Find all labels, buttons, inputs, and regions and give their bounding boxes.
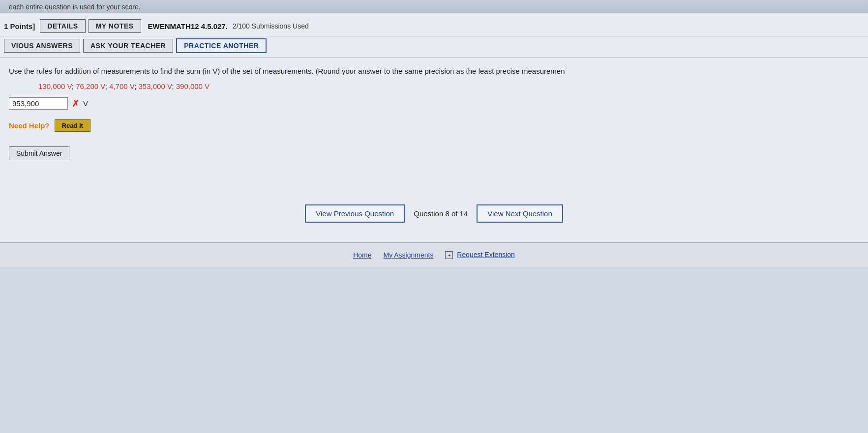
answer-input[interactable] <box>9 97 68 110</box>
extension-icon: + <box>445 251 453 259</box>
submissions-used: 2/100 Submissions Used <box>233 22 309 30</box>
read-it-button[interactable]: Read It <box>55 119 90 132</box>
my-assignments-link[interactable]: My Assignments <box>384 251 434 259</box>
question-counter: Question 8 of 14 <box>405 209 477 218</box>
question-text: Use the rules for addition of measuremen… <box>9 65 859 77</box>
view-next-question-button[interactable]: View Next Question <box>477 204 563 223</box>
question-area: Use the rules for addition of measuremen… <box>0 58 868 195</box>
previous-answers-button[interactable]: VIOUS ANSWERS <box>4 39 80 53</box>
toolbar-row-1: 1 Points] DETAILS MY NOTES EWENMATH12 4.… <box>0 13 868 36</box>
measurement-3: 4,700 V <box>109 82 134 90</box>
points-label: 1 Points] <box>4 22 35 30</box>
toolbar-row-2: VIOUS ANSWERS ASK YOUR TEACHER PRACTICE … <box>0 36 868 57</box>
home-link[interactable]: Home <box>353 251 371 259</box>
measurement-1: 130,000 V <box>38 82 72 90</box>
measurement-2: 76,200 V <box>76 82 105 90</box>
wrong-icon: ✗ <box>72 98 79 109</box>
view-previous-question-button[interactable]: View Previous Question <box>305 204 405 223</box>
need-help-label: Need Help? <box>9 121 50 130</box>
submit-row: Submit Answer <box>9 146 859 160</box>
footer: Home My Assignments + Request Extension <box>0 242 868 267</box>
unit-label: V <box>83 99 88 108</box>
top-bar-text: each entire question is used for your sc… <box>9 3 141 11</box>
details-button[interactable]: DETAILS <box>40 19 85 33</box>
question-id: EWENMATH12 4.5.027. <box>148 22 228 30</box>
measurement-5: 390,000 V <box>176 82 210 90</box>
submit-answer-button[interactable]: Submit Answer <box>9 146 69 160</box>
ask-teacher-button[interactable]: ASK YOUR TEACHER <box>83 39 173 53</box>
request-extension-link[interactable]: Request Extension <box>457 251 515 259</box>
practice-another-button[interactable]: PRACTICE ANOTHER <box>176 38 267 53</box>
my-notes-button[interactable]: MY NOTES <box>89 19 141 33</box>
measurements: 130,000 V; 76,200 V; 4,700 V; 353,000 V;… <box>9 82 859 90</box>
measurement-4: 353,000 V <box>139 82 172 90</box>
navigation-row: View Previous Question Question 8 of 14 … <box>0 204 868 223</box>
need-help-row: Need Help? Read It <box>9 119 859 132</box>
answer-row: ✗ V <box>9 97 859 110</box>
top-bar: each entire question is used for your sc… <box>0 0 868 13</box>
request-extension-area: + Request Extension <box>445 251 514 259</box>
